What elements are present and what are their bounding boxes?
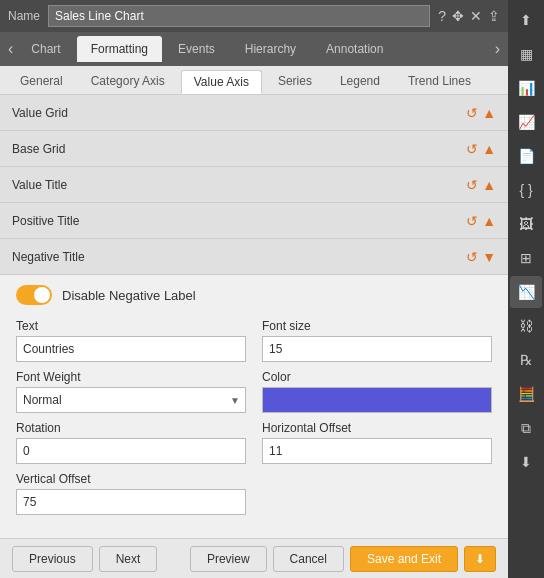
subtab-category-axis[interactable]: Category Axis [79,70,177,94]
help-icon[interactable]: ? [438,8,446,24]
text-input[interactable] [16,336,246,362]
tab-annotation[interactable]: Annotation [312,36,397,62]
base-grid-icons: ↺ ▲ [466,141,496,157]
sidebar-calc-icon[interactable]: 🧮 [510,378,542,410]
value-grid-label: Value Grid [12,106,466,120]
tab-formatting[interactable]: Formatting [77,36,162,62]
sidebar-layers-icon[interactable]: ⧉ [510,412,542,444]
base-grid-reset-icon[interactable]: ↺ [466,141,478,157]
rotation-label: Rotation [16,421,246,435]
name-label: Name [8,9,40,23]
text-group: Text [16,319,246,362]
section-base-grid: Base Grid ↺ ▲ [0,131,508,167]
bottom-right: Preview Cancel Save and Exit ⬇ [190,546,496,572]
rotation-group: Rotation [16,421,246,464]
download-button[interactable]: ⬇ [464,546,496,572]
font-size-label: Font size [262,319,492,333]
negative-title-icons: ↺ ▼ [466,249,496,265]
sidebar-connect-icon[interactable]: ⛓ [510,310,542,342]
collapse-icon[interactable]: ⇪ [488,8,500,24]
value-title-reset-icon[interactable]: ↺ [466,177,478,193]
subtab-legend[interactable]: Legend [328,70,392,94]
disable-negative-label-row: Disable Negative Label [0,275,508,311]
content-area: Value Grid ↺ ▲ Base Grid ↺ ▲ Value Title… [0,95,508,538]
download-icon: ⬇ [475,552,485,566]
text-label: Text [16,319,246,333]
move-icon[interactable]: ✥ [452,8,464,24]
cancel-button[interactable]: Cancel [273,546,344,572]
value-title-label: Value Title [12,178,466,192]
sidebar-image-icon[interactable]: 🖼 [510,208,542,240]
bottom-bar: Previous Next Preview Cancel Save and Ex… [0,538,508,578]
subtab-value-axis[interactable]: Value Axis [181,70,262,94]
vertical-offset-input[interactable] [16,489,246,515]
section-positive-title: Positive Title ↺ ▲ [0,203,508,239]
disable-negative-label-text: Disable Negative Label [62,288,196,303]
next-button[interactable]: Next [99,546,158,572]
font-weight-select[interactable]: Normal Bold Lighter [16,387,246,413]
sidebar-rx-icon[interactable]: ℞ [510,344,542,376]
section-negative-title: Negative Title ↺ ▼ [0,239,508,275]
title-icons: ? ✥ ✕ ⇪ [438,8,500,24]
nav-tabs: Chart Formatting Events Hierarchy Annota… [17,36,490,62]
bottom-left: Previous Next [12,546,157,572]
sidebar-analytics-icon[interactable]: 📉 [510,276,542,308]
value-grid-icons: ↺ ▲ [466,105,496,121]
value-title-icons: ↺ ▲ [466,177,496,193]
nav-tabs-outer: ‹ Chart Formatting Events Hierarchy Anno… [0,32,508,66]
preview-button[interactable]: Preview [190,546,267,572]
color-group: Color [262,370,492,413]
positive-title-icons: ↺ ▲ [466,213,496,229]
sidebar-table-icon[interactable]: ⊞ [510,242,542,274]
section-value-title: Value Title ↺ ▲ [0,167,508,203]
value-grid-toggle-icon[interactable]: ▲ [482,105,496,121]
base-grid-label: Base Grid [12,142,466,156]
base-grid-toggle-icon[interactable]: ▲ [482,141,496,157]
negative-title-label: Negative Title [12,250,466,264]
vertical-offset-group: Vertical Offset [16,472,246,515]
sidebar-chart-line-icon[interactable]: 📈 [510,106,542,138]
negative-title-toggle-icon[interactable]: ▼ [482,249,496,265]
nav-next-arrow[interactable]: › [491,40,504,58]
font-size-input[interactable] [262,336,492,362]
negative-title-reset-icon[interactable]: ↺ [466,249,478,265]
sub-tabs: General Category Axis Value Axis Series … [0,66,508,95]
close-icon[interactable]: ✕ [470,8,482,24]
sidebar-code-icon[interactable]: { } [510,174,542,206]
sidebar-chart-bar-icon[interactable]: 📊 [510,72,542,104]
sidebar-download-icon[interactable]: ⬇ [510,446,542,478]
previous-button[interactable]: Previous [12,546,93,572]
positive-title-reset-icon[interactable]: ↺ [466,213,478,229]
value-grid-reset-icon[interactable]: ↺ [466,105,478,121]
chart-name-input[interactable] [48,5,430,27]
font-weight-label: Font Weight [16,370,246,384]
subtab-series[interactable]: Series [266,70,324,94]
sidebar-doc-icon[interactable]: 📄 [510,140,542,172]
font-weight-select-wrapper: Normal Bold Lighter [16,387,246,413]
horizontal-offset-input[interactable] [262,438,492,464]
tab-chart[interactable]: Chart [17,36,74,62]
subtab-trend-lines[interactable]: Trend Lines [396,70,483,94]
font-size-group: Font size [262,319,492,362]
tab-hierarchy[interactable]: Hierarchy [231,36,310,62]
font-weight-group: Font Weight Normal Bold Lighter [16,370,246,413]
sidebar-up-icon[interactable]: ⬆ [510,4,542,36]
subtab-general[interactable]: General [8,70,75,94]
save-exit-button[interactable]: Save and Exit [350,546,458,572]
disable-negative-label-toggle[interactable] [16,285,52,305]
positive-title-toggle-icon[interactable]: ▲ [482,213,496,229]
vertical-offset-label: Vertical Offset [16,472,246,486]
nav-prev-arrow[interactable]: ‹ [4,40,17,58]
tab-events[interactable]: Events [164,36,229,62]
title-bar: Name ? ✥ ✕ ⇪ [0,0,508,32]
value-title-toggle-icon[interactable]: ▲ [482,177,496,193]
color-swatch[interactable] [262,387,492,413]
sidebar-grid-icon[interactable]: ▦ [510,38,542,70]
positive-title-label: Positive Title [12,214,466,228]
form-area: Text Font size Font Weight Normal Bold L… [0,311,508,523]
horizontal-offset-label: Horizontal Offset [262,421,492,435]
color-label: Color [262,370,492,384]
horizontal-offset-group: Horizontal Offset [262,421,492,464]
sidebar-right: ⬆ ▦ 📊 📈 📄 { } 🖼 ⊞ 📉 ⛓ ℞ 🧮 ⧉ ⬇ [508,0,544,578]
rotation-input[interactable] [16,438,246,464]
